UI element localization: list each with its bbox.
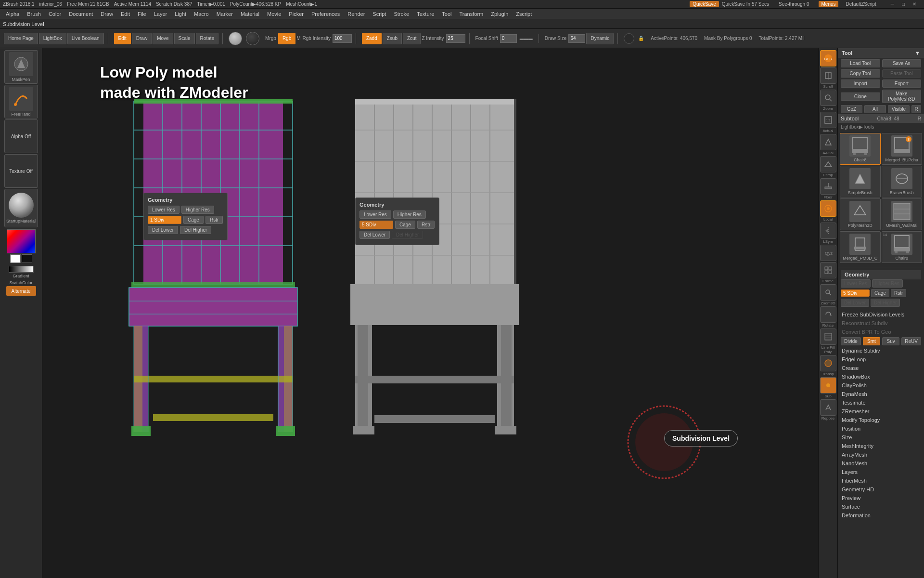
menu-preferences[interactable]: Preferences xyxy=(308,10,344,18)
material-sphere[interactable] xyxy=(229,32,242,45)
startup-material-btn[interactable]: StartupMaterial xyxy=(4,189,38,227)
brush-item-chair8-2[interactable]: Chair8 14 xyxy=(882,231,923,263)
load-tool-btn[interactable]: Load Tool xyxy=(841,59,880,67)
menus-btn[interactable]: Menus xyxy=(819,1,838,7)
home-page-btn[interactable]: Home Page xyxy=(4,33,38,44)
geometry-section-head[interactable]: Geometry xyxy=(841,270,921,279)
clone-btn[interactable]: Clone xyxy=(841,92,880,101)
export-btn[interactable]: Export xyxy=(882,79,922,88)
floor-btn[interactable] xyxy=(820,178,836,195)
geo2-del-higher[interactable]: Del Higher xyxy=(392,231,423,239)
menu-stroke[interactable]: Stroke xyxy=(390,10,413,18)
geo2-cage[interactable]: Cage xyxy=(395,221,415,229)
geo1-higher-res[interactable]: Higher Res xyxy=(181,206,214,214)
zoom3d-btn[interactable] xyxy=(820,284,836,301)
brush-item-polymesh3d[interactable]: PolyMesh3D xyxy=(840,198,881,230)
make-polymesh-btn[interactable]: Make PolyMesh3D xyxy=(882,90,922,103)
size-item[interactable]: Size xyxy=(838,433,924,442)
brush-item-merged-pm3d[interactable]: Merged_PM3D_C xyxy=(840,231,881,263)
line-fill-btn[interactable] xyxy=(820,328,836,345)
lightbox-btn[interactable]: LightBox xyxy=(39,33,66,44)
menu-zplugin[interactable]: Zplugin xyxy=(487,10,512,18)
shadowbox-item[interactable]: ShadowBox xyxy=(838,372,924,381)
claypolish-item[interactable]: ClayPolish xyxy=(838,381,924,390)
menu-texture[interactable]: Texture xyxy=(413,10,438,18)
geo1-lower-res[interactable]: Lower Res xyxy=(148,206,180,214)
menu-brush[interactable]: Brush xyxy=(23,10,45,18)
geo-rstr-btn[interactable]: Rstr xyxy=(891,289,906,297)
alpha-off-btn[interactable]: Alpha Off xyxy=(4,119,38,153)
persp-btn[interactable] xyxy=(820,156,836,172)
divide-btn[interactable]: Divide xyxy=(841,337,861,345)
all-btn[interactable]: All xyxy=(864,105,886,113)
rotate-btn[interactable]: Rotate xyxy=(196,33,218,44)
move-btn[interactable]: Move xyxy=(153,33,173,44)
r-btn[interactable]: R xyxy=(911,105,921,113)
geo2-lower-res[interactable]: Lower Res xyxy=(359,210,391,219)
zsub-btn[interactable]: Zsub xyxy=(383,33,402,44)
geo2-higher-res[interactable]: Higher Res xyxy=(393,210,426,219)
convert-bpr-item[interactable]: Convert BPR To Geo xyxy=(838,328,924,336)
maximize-btn[interactable]: □ xyxy=(902,1,905,7)
nanomesh-item[interactable]: NanoMesh xyxy=(838,459,924,468)
color-sphere[interactable] xyxy=(246,32,259,45)
r-badge[interactable]: R xyxy=(918,116,921,121)
geo1-cage[interactable]: Cage xyxy=(183,216,204,224)
color-gradient-picker[interactable] xyxy=(7,229,36,253)
symmetry-btn[interactable] xyxy=(624,33,634,44)
geo2-rstr[interactable]: Rstr xyxy=(417,221,435,229)
geo-sdiv-val[interactable] xyxy=(841,289,870,297)
dynamic-subdiv-item[interactable]: Dynamic Subdiv xyxy=(838,346,924,355)
close-btn[interactable]: ✕ xyxy=(912,1,916,7)
deformation-item[interactable]: Deformation xyxy=(838,511,924,520)
paste-tool-btn[interactable]: Paste Tool xyxy=(882,69,922,78)
reuv-btn[interactable]: ReUV xyxy=(901,337,921,345)
foreground-color[interactable] xyxy=(10,254,21,263)
z-intensity-input[interactable] xyxy=(446,34,465,43)
free-hand-tool[interactable]: FreeHand xyxy=(4,85,38,118)
mask-by-polygroups[interactable]: Mask By Polygroups 0 xyxy=(704,36,752,41)
geometry-hd-item[interactable]: Geometry HD xyxy=(838,485,924,494)
default-zscript[interactable]: DefaultZScript xyxy=(846,1,876,7)
crease-item[interactable]: Crease xyxy=(838,364,924,372)
lightbox-tools[interactable]: Lightbox▶Tools xyxy=(838,123,924,131)
menu-alpha[interactable]: Alpha xyxy=(2,10,23,18)
geo1-del-lower[interactable]: Del Lower xyxy=(148,226,178,234)
geo1-del-higher[interactable]: Del Higher xyxy=(180,226,211,234)
background-color[interactable] xyxy=(22,254,32,263)
zcut-btn[interactable]: Zcut xyxy=(403,33,421,44)
rgb-intensity-input[interactable] xyxy=(333,34,352,43)
layers-item[interactable]: Layers xyxy=(838,468,924,476)
dynamic-btn[interactable]: Dynamic xyxy=(586,33,614,44)
menu-color[interactable]: Color xyxy=(45,10,65,18)
goz-btn[interactable]: GoZ xyxy=(841,105,862,113)
menu-zscript[interactable]: Zscript xyxy=(512,10,536,18)
geo-higher-res-btn[interactable]: Higher Res xyxy=(872,279,903,288)
aahal-btn[interactable] xyxy=(820,134,836,150)
geo-lower-res-btn[interactable]: Lower Res xyxy=(841,279,871,288)
edgeloop-item[interactable]: EdgeLoop xyxy=(838,355,924,364)
geo2-sdiv-input[interactable] xyxy=(359,221,393,229)
menu-picker[interactable]: Picker xyxy=(285,10,308,18)
color-picker[interactable] xyxy=(4,228,38,264)
focal-input[interactable] xyxy=(500,34,517,43)
modify-topology-item[interactable]: Modify Topology xyxy=(838,416,924,424)
menu-document[interactable]: Document xyxy=(65,10,97,18)
meshintegrity-item[interactable]: MeshIntegrity xyxy=(838,442,924,450)
geo1-rstr[interactable]: Rstr xyxy=(205,216,223,224)
scroll-btn[interactable] xyxy=(820,67,836,84)
texture-off-btn[interactable]: Texture Off xyxy=(4,154,38,188)
alternate-btn[interactable]: Alternate xyxy=(6,286,36,296)
menu-light[interactable]: Light xyxy=(171,10,190,18)
bpr-btn[interactable]: BPR xyxy=(820,50,836,66)
surface-item[interactable]: Surface xyxy=(838,502,924,511)
lsym-btn[interactable] xyxy=(820,223,836,239)
import-btn[interactable]: Import xyxy=(841,79,880,88)
dynamesh-item[interactable]: DynaMesh xyxy=(838,390,924,398)
tool-expand[interactable]: ▼ xyxy=(915,50,920,56)
menu-draw[interactable]: Draw xyxy=(97,10,117,18)
frame-btn[interactable] xyxy=(820,262,836,278)
geo-del-higher-btn[interactable]: Del Higher xyxy=(871,299,900,307)
menu-movie[interactable]: Movie xyxy=(263,10,285,18)
save-as-btn[interactable]: Save As xyxy=(882,59,922,67)
